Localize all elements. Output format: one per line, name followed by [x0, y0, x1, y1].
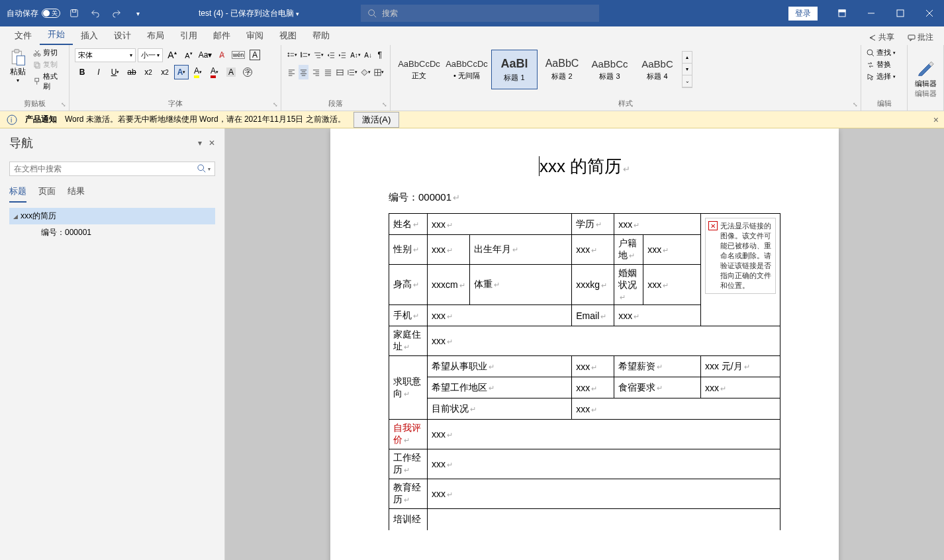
paste-button[interactable]: 粘贴▾ [5, 48, 30, 91]
copy-button[interactable]: 复制 [33, 60, 64, 70]
close-icon[interactable] [915, 0, 944, 26]
nav-tree-child[interactable]: 编号：000001 [9, 224, 215, 241]
tab-design[interactable]: 设计 [106, 26, 139, 45]
line-spacing-icon[interactable]: ▾ [347, 65, 358, 79]
tab-references[interactable]: 引用 [172, 26, 205, 45]
char-border-icon[interactable]: A [248, 48, 262, 62]
svg-rect-14 [35, 78, 39, 81]
nav-options-icon[interactable]: ▾ [198, 138, 202, 148]
font-size-select[interactable]: 小一▾ [138, 48, 163, 62]
notification-close-icon[interactable]: × [933, 115, 939, 125]
qat-more-icon[interactable]: ▾ [130, 6, 145, 21]
change-case-icon[interactable]: Aa▾ [198, 48, 212, 62]
style-heading4[interactable]: AaBbC标题 4 [634, 50, 681, 89]
tab-layout[interactable]: 布局 [139, 26, 172, 45]
font-name-select[interactable]: 宋体▾ [75, 48, 136, 62]
align-center-icon[interactable] [299, 65, 308, 79]
subscript-icon[interactable]: x2 [141, 65, 156, 79]
show-marks-icon[interactable]: ¶ [375, 48, 385, 62]
svg-point-20 [867, 50, 873, 55]
style-heading2[interactable]: AaBbC标题 2 [539, 50, 585, 89]
style-nospacing[interactable]: AaBbCcDc• 无间隔 [444, 50, 490, 89]
char-shading-icon[interactable]: A [224, 65, 238, 79]
align-right-icon[interactable] [310, 65, 320, 79]
login-button[interactable]: 登录 [788, 7, 818, 21]
asian-layout-icon[interactable]: A↕▾ [350, 48, 361, 62]
paragraph-launcher-icon[interactable]: ⤡ [382, 101, 387, 108]
shrink-font-icon[interactable]: A▾ [181, 48, 196, 62]
tab-view[interactable]: 视图 [271, 26, 305, 45]
bullets-icon[interactable]: ▾ [287, 48, 298, 62]
italic-icon[interactable]: I [91, 65, 106, 79]
document-canvas[interactable]: xxx 的简历↵ 编号：000001↵ 姓名↵ xxx↵ 学历↵ xxx↵ ✕无… [225, 128, 944, 560]
enclose-char-icon[interactable]: 字 [240, 65, 255, 79]
font-color-icon[interactable]: A▾ [207, 65, 222, 79]
font-launcher-icon[interactable]: ⤡ [273, 101, 278, 108]
distribute-icon[interactable] [335, 65, 345, 79]
minimize-icon[interactable] [857, 0, 886, 26]
clear-format-icon[interactable]: A̷ [214, 48, 229, 62]
tab-review[interactable]: 审阅 [238, 26, 271, 45]
resume-table[interactable]: 姓名↵ xxx↵ 学历↵ xxx↵ ✕无法显示链接的图像。该文件可能已被移动、重… [389, 213, 780, 530]
nav-tree-root[interactable]: ◢xxx的简历 [9, 208, 215, 224]
superscript-icon[interactable]: x2 [158, 65, 172, 79]
justify-icon[interactable] [323, 65, 333, 79]
format-painter-button[interactable]: 格式刷 [33, 71, 64, 91]
notification-text: Word 未激活。若要无中断地继续使用 Word，请在 2021年11月15日 … [65, 114, 346, 125]
ribbon-display-icon[interactable] [827, 0, 857, 26]
cut-button[interactable]: 剪切 [33, 48, 64, 58]
search-box[interactable]: 搜索 [361, 5, 599, 22]
share-button[interactable]: 共享 [865, 30, 898, 45]
text-effects-icon[interactable]: A▾ [174, 65, 189, 79]
doc-heading[interactable]: xxx 的简历↵ [389, 155, 780, 178]
redo-icon[interactable] [109, 6, 124, 21]
nav-search-input[interactable] [14, 164, 197, 173]
nav-search-box[interactable]: ▾ [9, 162, 215, 176]
align-left-icon[interactable] [287, 65, 297, 79]
group-editing: 查找 ▾ 替换 选择 ▾ 编辑 [861, 45, 908, 111]
titlebar: 自动保存 关 ▾ test (4) - 已保存到这台电脑 ▾ 搜索 登录 [0, 0, 944, 26]
styles-scroll[interactable]: ▴▾⌄ [682, 51, 692, 88]
styles-launcher-icon[interactable]: ⤡ [853, 101, 858, 108]
nav-tab-results[interactable]: 结果 [68, 185, 85, 203]
doc-subheading[interactable]: 编号：000001↵ [389, 191, 780, 204]
tab-help[interactable]: 帮助 [305, 26, 338, 45]
numbering-icon[interactable]: 12▾ [300, 48, 311, 62]
sort-icon[interactable]: A↓ [363, 48, 373, 62]
tab-insert[interactable]: 插入 [73, 26, 106, 45]
style-heading3[interactable]: AaBbCc标题 3 [587, 50, 633, 89]
select-button[interactable]: 选择 ▾ [867, 71, 902, 81]
phonetic-icon[interactable]: wén [231, 48, 246, 62]
activate-button[interactable]: 激活(A) [354, 112, 400, 128]
grow-font-icon[interactable]: A▴ [165, 48, 179, 62]
style-normal[interactable]: AaBbCcDc正文 [396, 50, 442, 89]
borders-icon[interactable]: ▾ [373, 65, 385, 79]
clipboard-launcher-icon[interactable]: ⤡ [61, 101, 66, 108]
maximize-icon[interactable] [886, 0, 915, 26]
strikethrough-icon[interactable]: ab [124, 65, 139, 79]
outdent-icon[interactable] [326, 48, 336, 62]
comments-button[interactable]: 批注 [904, 30, 937, 45]
nav-tab-headings[interactable]: 标题 [9, 185, 26, 203]
replace-button[interactable]: 替换 [867, 60, 902, 70]
save-icon[interactable] [67, 6, 81, 21]
highlight-icon[interactable]: A▾ [191, 65, 205, 79]
svg-rect-12 [34, 62, 38, 67]
tab-home[interactable]: 开始 [40, 25, 73, 45]
autosave-toggle[interactable]: 自动保存 关 [7, 8, 60, 19]
bold-icon[interactable]: B [75, 65, 89, 79]
svg-rect-4 [839, 10, 845, 12]
editor-button[interactable]: 编辑器 [915, 58, 937, 89]
style-heading1[interactable]: AaBl标题 1 [491, 50, 538, 89]
find-button[interactable]: 查找 ▾ [867, 48, 902, 58]
undo-icon[interactable] [88, 6, 103, 21]
shading-icon[interactable]: ▾ [360, 65, 371, 79]
tab-mailings[interactable]: 邮件 [205, 26, 238, 45]
nav-close-icon[interactable]: ✕ [209, 138, 215, 148]
tab-file[interactable]: 文件 [7, 26, 40, 45]
underline-icon[interactable]: U▾ [108, 65, 122, 79]
indent-icon[interactable] [338, 48, 348, 62]
multilevel-icon[interactable]: ▾ [313, 48, 324, 62]
group-font: 宋体▾ 小一▾ A▴ A▾ Aa▾ A̷ wén A B I U▾ ab x2 … [70, 45, 281, 111]
nav-tab-pages[interactable]: 页面 [38, 185, 56, 203]
